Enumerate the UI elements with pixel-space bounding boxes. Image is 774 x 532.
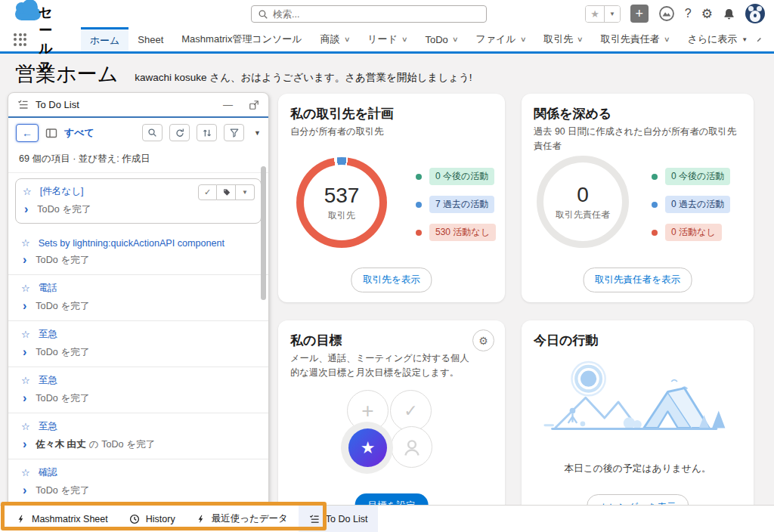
expand-chevron-icon[interactable]: › [23,255,26,265]
help-button[interactable]: ? [685,7,692,20]
favorites-menu-button[interactable]: ▼ [604,6,620,22]
tab-opportunities[interactable]: 商談∨ [311,27,359,51]
camping-illustration [543,354,732,448]
tag-button[interactable] [217,184,236,200]
edit-pencil-icon[interactable] [757,34,762,45]
dropdown-caret-icon: ▼ [741,36,748,43]
app-launcher-icon[interactable] [14,33,26,46]
search-input[interactable] [273,9,480,20]
person-circle-icon [391,426,432,468]
item-star-icon[interactable]: ☆ [21,421,30,432]
chart-legend: 0 今後の活動 0 過去の活動 0 活動なし [652,168,730,241]
popout-icon[interactable] [249,100,259,110]
filter-button[interactable] [224,124,244,141]
utility-history[interactable]: History [119,506,186,532]
donut-label: 取引先責任者 [556,209,610,221]
todo-item[interactable]: ☆確認 ›ToDo を完了 [8,459,268,505]
item-title-link[interactable]: [件名なし] [40,185,84,198]
utility-recent-data[interactable]: 最近使ったデータ [186,506,299,532]
gear-icon: ⚙ [478,335,488,347]
todo-item[interactable]: ☆至急 ›ToDo を完了 [8,367,268,413]
lightning-bolt-icon [197,514,206,524]
list-search-button[interactable] [142,124,163,141]
view-filter-all-link[interactable]: すべて [64,126,94,140]
goals-illustration: + ✓ ★ [347,390,436,473]
chevron-down-icon[interactable]: ∨ [577,36,584,43]
card-title: 今日の行動 [522,320,754,351]
tab-contacts[interactable]: 取引先責任者∨ [592,27,679,51]
expand-chevron-icon[interactable]: › [23,348,26,357]
list-view-icon[interactable] [45,127,57,139]
clock-icon [129,514,140,524]
utility-todo-list[interactable]: To Do List [299,506,379,532]
item-star-icon[interactable]: ☆ [21,283,30,294]
goals-settings-button[interactable]: ⚙ [472,329,494,351]
item-star-icon[interactable]: ☆ [21,237,30,249]
nav-tabs: ホーム Sheet Mashmatrix管理コンソール 商談∨ リード∨ ToD… [81,27,757,51]
search-icon [147,128,157,138]
view-contacts-button[interactable]: 取引先責任者を表示 [583,268,692,292]
tab-home[interactable]: ホーム [81,27,129,51]
user-avatar[interactable] [745,4,765,23]
chevron-down-icon[interactable]: ∨ [664,36,670,43]
item-title-link[interactable]: 至急 [39,420,57,433]
expand-chevron-icon[interactable]: › [23,302,26,311]
chevron-down-icon[interactable]: ∨ [452,36,459,43]
tab-sheet[interactable]: Sheet [128,27,172,51]
view-accounts-button[interactable]: 取引先を表示 [351,268,432,292]
complete-check-button[interactable]: ✓ [198,184,217,200]
app-navigation-bar: セールス ホーム Sheet Mashmatrix管理コンソール 商談∨ リード… [0,27,774,54]
sort-button[interactable] [197,124,217,141]
chevron-down-icon[interactable]: ∨ [401,36,408,43]
utility-item-label: To Do List [326,514,368,524]
todo-item[interactable]: ☆電話 ›ToDo を完了 [8,274,268,320]
salesforce-home-screen: ★ ▼ + ? ⚙ セールス ホーム Sheet Mashmatrix管理コンソ… [0,0,774,532]
todo-panel-header: To Do List — [8,93,268,118]
tab-leads[interactable]: リード∨ [358,27,416,51]
more-menu-button[interactable]: ▼ [236,184,255,200]
refresh-button[interactable] [169,124,190,141]
search-icon [258,9,268,20]
favorite-star-button[interactable]: ★ [586,6,604,22]
expand-chevron-icon[interactable]: › [23,394,26,404]
tab-files[interactable]: ファイル∨ [466,27,534,51]
utility-mashmatrix-sheet[interactable]: Mashmatrix Sheet [6,506,119,532]
item-title-link[interactable]: Sets by lightning:quickActionAPI compone… [39,238,224,249]
todo-item[interactable]: ☆至急 ›佐々木 由丈 の ToDo を完了 [8,413,268,459]
global-header: ★ ▼ + ? ⚙ [0,0,774,27]
setup-gear-button[interactable]: ⚙ [701,8,713,20]
item-star-icon[interactable]: ☆ [21,467,30,478]
no-events-text: 本日この後の予定はありません。 [522,462,754,475]
item-title-link[interactable]: 至急 [39,374,57,387]
tab-accounts[interactable]: 取引先∨ [534,27,592,51]
item-star-icon[interactable]: ☆ [21,375,30,386]
item-star-icon[interactable]: ☆ [23,186,32,197]
notification-bell-button[interactable] [723,8,735,20]
more-actions-caret[interactable]: ▼ [254,129,261,137]
expand-chevron-icon[interactable]: › [24,205,28,215]
favorites-button-group: ★ ▼ [585,5,621,23]
global-actions-button[interactable]: + [630,5,649,23]
item-title-link[interactable]: 電話 [39,282,57,295]
minimize-button[interactable]: — [223,99,233,110]
chevron-down-icon[interactable]: ∨ [520,36,527,43]
item-title-link[interactable]: 確認 [39,466,57,479]
trailhead-icon[interactable] [658,5,675,22]
item-title-link[interactable]: 至急 [39,328,57,341]
back-button[interactable]: ← [16,124,39,142]
expand-chevron-icon[interactable]: › [23,486,26,496]
item-star-icon[interactable]: ☆ [21,329,30,340]
tab-mashmatrix-console[interactable]: Mashmatrix管理コンソール [172,27,311,51]
tab-more[interactable]: さらに表示▼ [678,27,757,51]
scrollbar-thumb[interactable] [261,166,266,300]
plus-icon: + [636,7,644,20]
todo-item[interactable]: ☆Sets by lightning:quickActionAPI compon… [8,230,268,274]
chevron-down-icon[interactable]: ∨ [344,36,351,43]
tab-todo[interactable]: ToDo∨ [416,27,466,51]
todo-item-selected[interactable]: ☆ [件名なし] › ToDo を完了 ✓ ▼ [15,178,262,224]
card-subtitle: 過去 90 日間に作成された自分が所有者の取引先責任者 [522,125,754,153]
todo-item[interactable]: ☆至急 ›ToDo を完了 [8,320,268,367]
tab-label: 取引先 [543,32,573,46]
header-actions: ★ ▼ + ? ⚙ [585,0,765,27]
expand-chevron-icon[interactable]: › [23,440,26,450]
